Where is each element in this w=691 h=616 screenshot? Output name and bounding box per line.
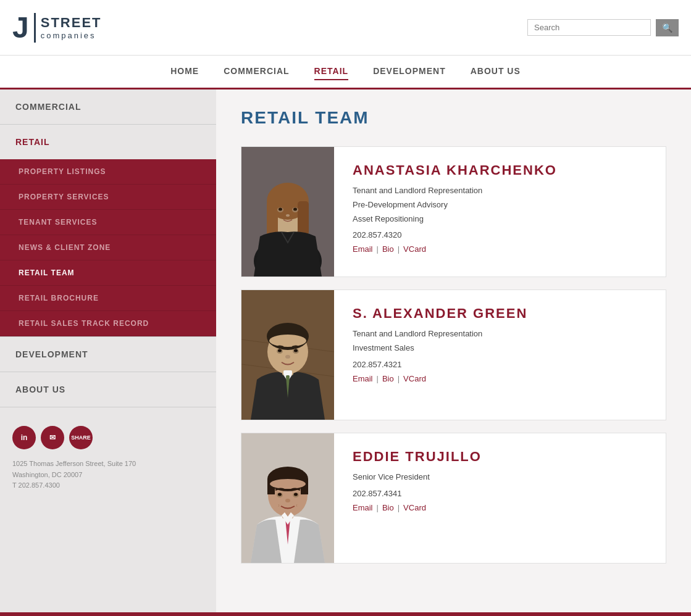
linkedin-button[interactable]: in bbox=[12, 426, 36, 449]
sidebar-item-retail-brochure[interactable]: RETAIL BROCHURE bbox=[0, 286, 216, 311]
team-info-eddie: EDDIE TRUJILLO Senior Vice President 202… bbox=[334, 433, 666, 563]
svg-point-11 bbox=[293, 208, 297, 211]
svg-point-24 bbox=[294, 349, 298, 352]
svg-point-36 bbox=[278, 493, 282, 496]
team-name-alexander: S. ALEXANDER GREEN bbox=[353, 306, 647, 322]
team-name-anastasia: ANASTASIA KHARCHENKO bbox=[353, 162, 647, 178]
sidebar-commercial-section: COMMERCIAL bbox=[0, 89, 216, 125]
nav-retail[interactable]: RETAIL bbox=[314, 63, 349, 80]
search-input[interactable] bbox=[527, 19, 651, 36]
team-phone-eddie: 202.857.4341 bbox=[353, 489, 647, 498]
team-phone-anastasia: 202.857.4320 bbox=[353, 230, 647, 239]
svg-point-10 bbox=[278, 208, 282, 211]
team-card-anastasia: ANASTASIA KHARCHENKO Tenant and Landlord… bbox=[241, 146, 666, 277]
bio-link-anastasia[interactable]: Bio bbox=[382, 244, 394, 254]
anastasia-photo-svg bbox=[241, 147, 334, 277]
team-card-eddie: EDDIE TRUJILLO Senior Vice President 202… bbox=[241, 433, 666, 564]
team-info-anastasia: ANASTASIA KHARCHENKO Tenant and Landlord… bbox=[334, 147, 666, 277]
main-content: RETAIL TEAM bbox=[216, 89, 691, 616]
team-role-alexander-0: Tenant and Landlord Representation bbox=[353, 328, 647, 341]
team-name-eddie: EDDIE TRUJILLO bbox=[353, 449, 647, 465]
share-button[interactable]: SHARE bbox=[69, 426, 93, 449]
footer-address: 1025 Thomas Jefferson Street, Suite 170 … bbox=[12, 459, 204, 491]
email-link-eddie[interactable]: Email bbox=[353, 503, 373, 512]
address-line2: Washington, DC 20007 bbox=[12, 470, 204, 481]
svg-point-37 bbox=[294, 493, 298, 496]
search-button[interactable]: 🔍 bbox=[656, 19, 679, 36]
team-role-alexander-1: Investment Sales bbox=[353, 342, 647, 355]
team-role-anastasia-1: Pre-Development Advisory bbox=[353, 199, 647, 212]
logo-street: STREET bbox=[41, 15, 102, 31]
social-icons: in ✉ SHARE bbox=[12, 426, 204, 449]
team-phone-alexander: 202.857.4321 bbox=[353, 360, 647, 369]
sidebar: COMMERCIAL RETAIL PROPERTY LISTINGS PROP… bbox=[0, 89, 216, 616]
vcard-link-alexander[interactable]: VCard bbox=[403, 374, 426, 383]
eddie-photo-svg bbox=[241, 433, 334, 563]
svg-point-25 bbox=[285, 355, 290, 359]
header: J STREET companies 🔍 bbox=[0, 0, 691, 56]
photo-alexander bbox=[241, 290, 334, 420]
team-card-alexander: S. ALEXANDER GREEN Tenant and Landlord R… bbox=[241, 289, 666, 420]
bio-link-eddie[interactable]: Bio bbox=[382, 503, 394, 512]
sidebar-development-section: DEVELOPMENT bbox=[0, 337, 216, 372]
sidebar-item-tenant-services[interactable]: TENANT SERVICES bbox=[0, 210, 216, 235]
team-role-eddie-0: Senior Vice President bbox=[353, 471, 647, 484]
sidebar-item-news-client-zone[interactable]: NEWS & CLIENT ZONE bbox=[0, 235, 216, 260]
email-link-anastasia[interactable]: Email bbox=[353, 244, 373, 254]
vcard-link-eddie[interactable]: VCard bbox=[403, 503, 426, 512]
header-search: 🔍 bbox=[527, 19, 679, 36]
logo[interactable]: J STREET companies bbox=[12, 13, 102, 43]
email-button[interactable]: ✉ bbox=[41, 426, 64, 449]
team-role-anastasia-0: Tenant and Landlord Representation bbox=[353, 185, 647, 198]
sidebar-item-development[interactable]: DEVELOPMENT bbox=[0, 337, 216, 372]
nav-development[interactable]: DEVELOPMENT bbox=[373, 63, 446, 80]
sidebar-footer: in ✉ SHARE 1025 Thomas Jefferson Street,… bbox=[0, 414, 216, 504]
svg-point-33 bbox=[270, 479, 306, 489]
photo-eddie bbox=[241, 433, 334, 563]
svg-rect-26 bbox=[283, 370, 292, 375]
svg-point-38 bbox=[285, 499, 290, 502]
photo-anastasia bbox=[241, 147, 334, 277]
bio-link-alexander[interactable]: Bio bbox=[382, 374, 394, 383]
team-links-eddie: Email | Bio | VCard bbox=[353, 503, 647, 512]
sidebar-item-about[interactable]: ABOUT US bbox=[0, 372, 216, 407]
sidebar-item-commercial[interactable]: COMMERCIAL bbox=[0, 89, 216, 124]
sidebar-item-retail[interactable]: RETAIL bbox=[0, 125, 216, 159]
footer-phone: T 202.857.4300 bbox=[12, 480, 204, 491]
sidebar-item-property-services[interactable]: PROPERTY SERVICES bbox=[0, 185, 216, 210]
svg-point-20 bbox=[269, 335, 306, 347]
logo-j: J bbox=[12, 13, 36, 43]
email-link-alexander[interactable]: Email bbox=[353, 374, 373, 383]
sidebar-retail-section: RETAIL PROPERTY LISTINGS PROPERTY SERVIC… bbox=[0, 125, 216, 337]
sidebar-retail-subitems: PROPERTY LISTINGS PROPERTY SERVICES TENA… bbox=[0, 159, 216, 336]
vcard-link-anastasia[interactable]: VCard bbox=[403, 244, 426, 254]
address-line1: 1025 Thomas Jefferson Street, Suite 170 bbox=[12, 459, 204, 470]
alexander-photo-svg bbox=[241, 290, 334, 420]
nav-about[interactable]: ABOUT US bbox=[471, 63, 521, 80]
team-links-anastasia: Email | Bio | VCard bbox=[353, 244, 647, 254]
logo-companies: companies bbox=[41, 31, 102, 40]
sidebar-item-property-listings[interactable]: PROPERTY LISTINGS bbox=[0, 159, 216, 185]
team-role-anastasia-2: Asset Repositioning bbox=[353, 213, 647, 226]
nav-home[interactable]: HOME bbox=[170, 63, 199, 80]
sidebar-about-section: ABOUT US bbox=[0, 372, 216, 407]
sidebar-item-retail-team[interactable]: RETAIL TEAM bbox=[0, 260, 216, 286]
svg-point-23 bbox=[278, 349, 282, 352]
sidebar-item-retail-sales-track-record[interactable]: RETAIL SALES TRACK RECORD bbox=[0, 311, 216, 336]
page-title: RETAIL TEAM bbox=[241, 108, 666, 128]
logo-text: STREET companies bbox=[41, 15, 102, 40]
team-info-alexander: S. ALEXANDER GREEN Tenant and Landlord R… bbox=[334, 290, 666, 420]
svg-point-12 bbox=[286, 214, 290, 217]
main-nav: HOME COMMERCIAL RETAIL DEVELOPMENT ABOUT… bbox=[0, 56, 691, 89]
nav-commercial[interactable]: COMMERCIAL bbox=[224, 63, 289, 80]
layout: COMMERCIAL RETAIL PROPERTY LISTINGS PROP… bbox=[0, 89, 691, 616]
svg-rect-7 bbox=[298, 201, 309, 235]
team-links-alexander: Email | Bio | VCard bbox=[353, 374, 647, 383]
bottom-bar bbox=[0, 612, 691, 616]
